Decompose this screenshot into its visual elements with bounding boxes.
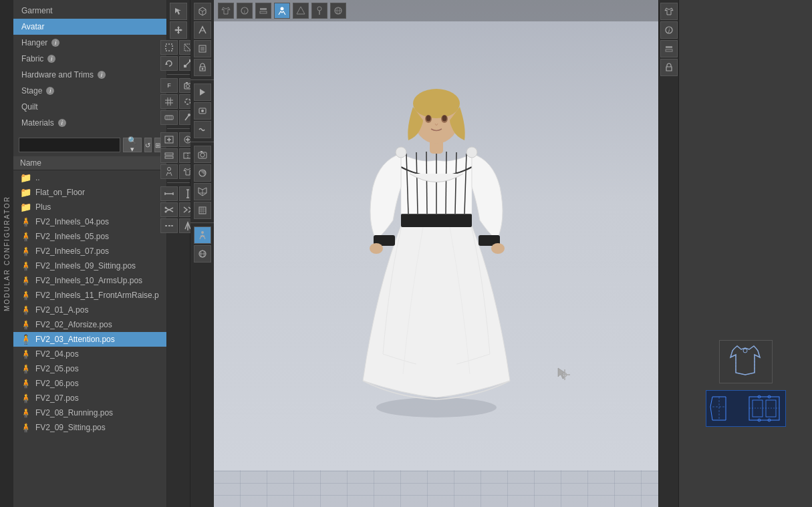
svg-point-31 [168, 168, 171, 171]
list-item[interactable]: 🧍 FV2_06.pos [13, 376, 166, 391]
nav-label-quilt: Quilt [21, 102, 38, 112]
rp-layers-btn[interactable] [660, 40, 678, 57]
pose-icon: 🧍 [20, 305, 31, 315]
list-item[interactable]: 🧍 FV2_05.pos [13, 361, 166, 376]
nav-item-stage[interactable]: Stage i [13, 83, 166, 99]
add-layer-tool[interactable] [160, 132, 178, 147]
lasso-select-tool[interactable] [160, 40, 178, 55]
texture-btn[interactable] [194, 202, 211, 219]
avatar-figure [336, 33, 537, 421]
viewport-top[interactable] [194, 3, 211, 20]
viewport-env-btn[interactable] [293, 3, 309, 19]
figure-tool[interactable] [160, 164, 178, 179]
list-item[interactable]: 🧍 FV2_04.pos [13, 347, 166, 361]
nav-item-materials[interactable]: Materials i [13, 115, 166, 131]
measure-tool[interactable] [160, 110, 178, 125]
svg-rect-27 [165, 153, 173, 155]
svg-rect-67 [199, 207, 206, 214]
pose-icon: 🧍 [20, 407, 31, 418]
search-button[interactable]: 🔍▾ [123, 138, 142, 152]
viewport-avatar-btn[interactable] [274, 3, 290, 19]
grid-toggle[interactable] [160, 94, 178, 109]
rp-lock-btn[interactable] [660, 59, 678, 76]
pose-icon: 🧍 [20, 246, 31, 257]
sewing-btn[interactable] [194, 21, 211, 39]
nav-item-garment[interactable]: Garment [13, 3, 166, 19]
camera-snap-btn[interactable] [194, 146, 211, 163]
left-panel: Garment Avatar Hanger i Fabric i Hardwar… [13, 0, 167, 507]
nav-item-avatar[interactable]: Avatar [13, 19, 166, 35]
svg-line-63 [198, 193, 202, 196]
sim-single-btn[interactable] [194, 102, 211, 120]
fold-btn[interactable] [194, 40, 211, 57]
svg-point-101 [491, 243, 505, 254]
list-item[interactable]: 🧍 FV2_Inheels_07.pos [13, 244, 166, 259]
list-item[interactable]: 📁 Flat_on_Floor [13, 185, 166, 200]
pose-icon: 🧍 [20, 393, 31, 403]
ruler-h-tool[interactable] [160, 186, 178, 201]
search-input[interactable] [19, 138, 120, 152]
nav-label-hanger: Hanger [21, 38, 47, 47]
list-item[interactable]: 🧍 FV2_02_Aforsize.pos [13, 317, 166, 332]
wind-btn[interactable] [194, 121, 211, 138]
list-item[interactable]: 🧍 FV2_08_Running.pos [13, 405, 166, 420]
list-item[interactable]: 🧍 FV2_Inheels_04.pos [13, 214, 166, 229]
list-item[interactable]: 🧍 FV2_07.pos [13, 391, 166, 405]
svg-line-59 [198, 188, 202, 190]
nav-item-hardware[interactable]: Hardware and Trims i [13, 67, 166, 83]
front-view-tool[interactable]: F [160, 78, 178, 93]
nav-label-materials: Materials [21, 118, 54, 128]
move-tool[interactable] [170, 21, 187, 39]
list-item[interactable]: 📁 .. [13, 170, 166, 185]
list-item[interactable]: 🧍 FV2_Inheels_11_FrontArmRaise.p [13, 288, 166, 303]
pose-icon: 🧍 [20, 349, 31, 359]
scissor-tool[interactable] [160, 202, 178, 217]
pose-icon: 🧍 [20, 334, 31, 345]
shading-btn[interactable] [194, 164, 211, 182]
viewport-globe-btn[interactable] [330, 3, 346, 19]
nav-label-avatar: Avatar [21, 22, 44, 31]
refresh-button[interactable]: ↺ [144, 138, 152, 152]
svg-rect-6 [184, 65, 186, 67]
item-label: FV2_07.pos [35, 393, 79, 403]
pose-icon: 🧍 [20, 378, 31, 389]
file-list-header: Name [13, 156, 166, 170]
rp-info-btn[interactable]: i [660, 21, 678, 39]
svg-point-92 [466, 147, 477, 158]
lock-btn[interactable] [194, 59, 211, 76]
rp-garment-btn[interactable] [660, 3, 678, 20]
item-label: Plus [35, 202, 51, 212]
viewport-garment-btn[interactable] [218, 3, 234, 19]
list-item[interactable]: 🧍 FV2_Inheels_05.pos [13, 229, 166, 244]
select-arrow-tool[interactable] [170, 3, 187, 20]
file-list[interactable]: 📁 .. 📁 Flat_on_Floor 📁 Plus 🧍 FV2_Inheel… [13, 170, 166, 507]
list-item[interactable]: 🧍 FV2_01_A.pos [13, 303, 166, 317]
viewport-pin-btn[interactable] [311, 3, 327, 19]
sim-btn[interactable] [194, 83, 211, 101]
wireframe-btn[interactable] [194, 183, 211, 200]
stitch-tool[interactable] [160, 218, 178, 233]
avatar-female-btn[interactable] [194, 226, 211, 244]
item-label: FV2_Inheels_05.pos [35, 232, 109, 241]
dress-thumbnail [719, 340, 773, 383]
layers-tool[interactable] [160, 148, 178, 163]
list-item[interactable]: 🧍 FV2_Inheels_10_ArmsUp.pos [13, 273, 166, 288]
svg-rect-50 [200, 47, 205, 51]
nav-item-hanger[interactable]: Hanger i [13, 35, 166, 51]
list-item-selected[interactable]: 🧍 FV2_03_Attention.pos [13, 332, 166, 347]
nav-item-fabric[interactable]: Fabric i [13, 51, 166, 67]
viewport-top-bar: i [214, 0, 658, 21]
list-item[interactable]: 🧍 FV2_09_Sitting.pos [13, 420, 166, 435]
viewport-info-btn[interactable]: i [237, 3, 253, 19]
viewport[interactable]: i [214, 0, 658, 507]
svg-point-51 [201, 68, 203, 70]
nav-item-quilt[interactable]: Quilt [13, 99, 166, 115]
rotate-tool[interactable] [160, 56, 178, 71]
folder-icon: 📁 [20, 187, 31, 198]
list-item[interactable]: 📁 Plus [13, 200, 166, 214]
globe-btn[interactable] [194, 245, 211, 263]
item-label: FV2_Inheels_07.pos [35, 246, 109, 256]
list-item[interactable]: 🧍 FV2_Inheels_09_Sitting.pos [13, 259, 166, 273]
svg-point-72 [201, 231, 204, 234]
viewport-layer-btn[interactable] [255, 3, 271, 19]
